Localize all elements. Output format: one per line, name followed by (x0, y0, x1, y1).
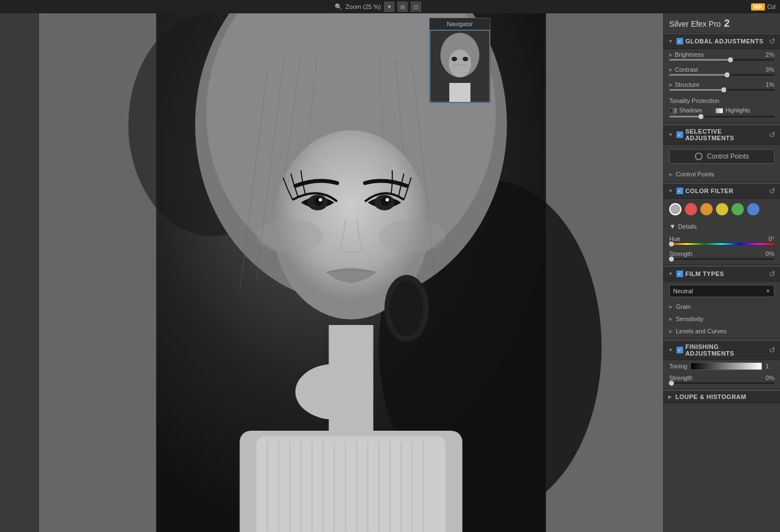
color-swatches (664, 199, 780, 220)
structure-row: ▶ Structure 1% (664, 79, 780, 94)
svg-point-45 (452, 57, 457, 61)
shadows-thumb[interactable] (698, 114, 703, 119)
finishing-strength-value: 0% (766, 375, 774, 381)
contrast-thumb[interactable] (724, 72, 729, 77)
control-points-list-label: Control Points (676, 171, 714, 178)
film-type-dropdown[interactable]: Neutral ▼ (669, 285, 774, 297)
control-points-list-item[interactable]: ▶ Control Points (664, 168, 780, 180)
color-strength-value: 0% (766, 250, 774, 257)
structure-track[interactable] (669, 89, 774, 91)
brightness-expand-icon: ▶ (669, 52, 673, 57)
shadows-track[interactable] (669, 116, 774, 117)
sensitivity-expand-icon: ▶ (669, 317, 673, 322)
grain-label: Grain (676, 303, 691, 310)
global-adj-check[interactable]: ✓ (676, 38, 683, 45)
color-filter-header[interactable]: ▼ ✓ COLOR FILTER ↺ (664, 183, 780, 199)
sensitivity-item[interactable]: ▶ Sensitivity (664, 313, 780, 325)
structure-expand-icon: ▶ (669, 82, 673, 87)
global-adj-chevron: ▼ (668, 38, 673, 44)
details-header[interactable]: ▼ Details (664, 220, 780, 233)
film-types-check[interactable]: ✓ (676, 270, 683, 277)
navigator-panel: Navigator (429, 18, 490, 103)
highlights-label: Highlights (725, 107, 750, 114)
highlights-btn[interactable]: Highlights (715, 107, 750, 114)
structure-label[interactable]: ▶ Structure (669, 81, 700, 88)
swatch-red[interactable] (685, 203, 697, 215)
levels-curves-item[interactable]: ▶ Levels and Curves (664, 325, 780, 337)
swatch-green[interactable] (732, 203, 744, 215)
levels-curves-label: Levels and Curves (676, 328, 727, 334)
top-bar-right: NIK Col (751, 3, 776, 11)
brightness-thumb[interactable] (728, 57, 733, 62)
hue-thumb[interactable] (669, 242, 674, 247)
tonality-section: Tonality Protection Shadows Highlights (664, 94, 780, 122)
swatch-orange[interactable] (700, 203, 713, 215)
brightness-track[interactable] (669, 59, 774, 61)
control-points-btn-label: Control Points (707, 152, 749, 160)
divider-2 (664, 181, 780, 182)
app-version: 2 (724, 18, 730, 29)
shadows-btn[interactable]: Shadows (669, 107, 702, 114)
zoom-actual-icon[interactable]: ⊡ (411, 2, 421, 12)
hue-track[interactable] (669, 243, 774, 245)
toning-gradient[interactable] (690, 362, 762, 370)
svg-point-17 (381, 197, 390, 206)
zoom-fit-icon[interactable]: ⊞ (398, 2, 408, 12)
finishing-strength-track[interactable] (669, 382, 774, 384)
film-types-header[interactable]: ▼ ✓ FILM TYPES ↺ (664, 266, 780, 282)
finishing-adj-title: FINISHING ADJUSTMENTS (685, 343, 767, 357)
structure-thumb[interactable] (722, 87, 727, 92)
finishing-strength-label: Strength (669, 375, 693, 381)
finishing-adj-check[interactable]: ✓ (676, 347, 683, 353)
grain-expand-icon: ▶ (669, 304, 673, 309)
loupe-chevron: ▶ (668, 394, 672, 400)
shadows-icon (669, 108, 677, 114)
brightness-row: ▶ Brightness 2% (664, 49, 780, 64)
color-strength-thumb[interactable] (669, 257, 674, 262)
global-adj-reset[interactable]: ↺ (769, 37, 776, 46)
control-points-button[interactable]: Control Points (669, 149, 774, 164)
color-strength-label: Strength (669, 250, 693, 257)
selective-adj-reset[interactable]: ↺ (769, 130, 776, 139)
control-points-icon (695, 152, 703, 160)
contrast-track[interactable] (669, 74, 774, 76)
finishing-adj-header[interactable]: ▼ ✓ FINISHING ADJUSTMENTS ↺ (664, 340, 780, 360)
contrast-value: 3% (766, 66, 774, 73)
hue-value: 0° (768, 235, 774, 242)
selective-adj-title: SELECTIVE ADJUSTMENTS (685, 128, 767, 141)
grain-item[interactable]: ▶ Grain (664, 301, 780, 313)
divider-5 (664, 388, 780, 389)
app-title-bar: Silver Efex Pro 2 (664, 13, 780, 33)
svg-point-20 (379, 219, 446, 253)
global-adjustments-header[interactable]: ▼ ✓ GLOBAL ADJUSTMENTS ↺ (664, 33, 780, 49)
svg-point-18 (386, 198, 389, 201)
swatch-blue[interactable] (747, 203, 759, 215)
color-strength-track[interactable] (669, 258, 774, 260)
left-sidebar (0, 13, 39, 532)
contrast-row: ▶ Contrast 3% (664, 64, 780, 79)
brightness-label[interactable]: ▶ Brightness (669, 51, 704, 58)
swatch-neutral[interactable] (669, 203, 681, 215)
divider-1 (664, 123, 780, 124)
color-filter-reset[interactable]: ↺ (769, 186, 776, 195)
loupe-title: LOUPE & HISTOGRAM (675, 393, 776, 400)
contrast-label[interactable]: ▶ Contrast (669, 66, 698, 73)
color-filter-check[interactable]: ✓ (676, 188, 683, 194)
main-area: Navigator Silver Efex Pro 2 (0, 13, 780, 532)
finishing-strength-thumb[interactable] (669, 381, 674, 386)
selective-adj-header[interactable]: ▼ ✓ SELECTIVE ADJUSTMENTS ↺ (664, 125, 780, 145)
svg-point-41 (296, 364, 374, 420)
loupe-histogram-header[interactable]: ▶ LOUPE & HISTOGRAM (664, 390, 780, 403)
film-dropdown-arrow-icon: ▼ (766, 288, 771, 294)
film-types-reset[interactable]: ↺ (769, 269, 776, 278)
right-panel: Silver Efex Pro 2 ▼ ✓ GLOBAL ADJUSTMENTS… (663, 13, 780, 532)
tonality-row: Shadows Highlights (669, 107, 774, 114)
nik-badge: NIK (751, 3, 765, 11)
swatch-yellow[interactable] (716, 203, 728, 215)
zoom-dropdown[interactable]: ▼ (384, 2, 394, 12)
svg-point-19 (257, 219, 323, 253)
svg-point-15 (319, 198, 322, 201)
finishing-adj-reset[interactable]: ↺ (769, 346, 776, 354)
selective-adj-check[interactable]: ✓ (676, 131, 683, 138)
zoom-control[interactable]: 🔍 Zoom (25 %) ▼ ⊞ ⊡ (335, 2, 421, 12)
